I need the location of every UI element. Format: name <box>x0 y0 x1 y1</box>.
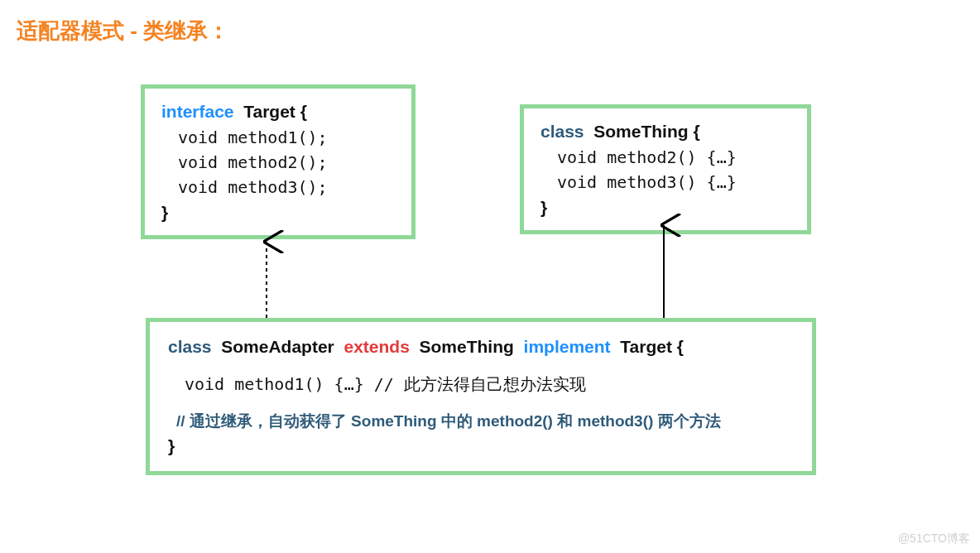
something-line-1: void method2() {…} <box>540 145 790 170</box>
target-name: Target <box>243 102 295 121</box>
adapter-extends-name: SomeThing <box>420 337 514 356</box>
keyword-implement: implement <box>524 337 611 356</box>
adapter-header: class SomeAdapter extends SomeThing impl… <box>168 334 794 360</box>
target-box: interface Target { void method1(); void … <box>141 84 416 239</box>
keyword-interface: interface <box>161 102 234 121</box>
adapter-close-brace: } <box>168 433 794 459</box>
something-header: class SomeThing { <box>540 118 790 145</box>
open-brace: { <box>672 337 684 356</box>
open-brace: { <box>295 102 307 121</box>
diagram-title: 适配器模式 - 类继承： <box>17 17 229 46</box>
something-name: SomeThing <box>593 122 688 141</box>
adapter-line-1-code: void method1() {…} // <box>185 374 404 394</box>
target-line-1: void method1(); <box>161 125 395 150</box>
open-brace: { <box>689 122 700 141</box>
adapter-implement-name: Target <box>620 337 672 356</box>
keyword-class: class <box>168 337 212 356</box>
adapter-line-1: void method1() {…} // 此方法得自己想办法实现 <box>168 372 794 397</box>
adapter-name: SomeAdapter <box>221 337 334 356</box>
target-line-3: void method3(); <box>161 175 395 200</box>
keyword-extends: extends <box>343 337 409 356</box>
something-line-2: void method3() {…} <box>540 170 790 195</box>
arrow-dashed-to-target <box>257 230 281 320</box>
arrow-solid-to-something <box>654 214 679 320</box>
adapter-box: class SomeAdapter extends SomeThing impl… <box>146 318 816 475</box>
target-line-2: void method2(); <box>161 150 395 175</box>
keyword-class: class <box>540 122 584 141</box>
target-close-brace: } <box>161 200 395 226</box>
watermark: @51CTO博客 <box>898 531 970 546</box>
adapter-comment-blue: // 通过继承，自动获得了 SomeThing 中的 method2() 和 m… <box>168 410 794 434</box>
adapter-line-1-comment: 此方法得自己想办法实现 <box>404 375 586 393</box>
target-header: interface Target { <box>161 99 395 125</box>
